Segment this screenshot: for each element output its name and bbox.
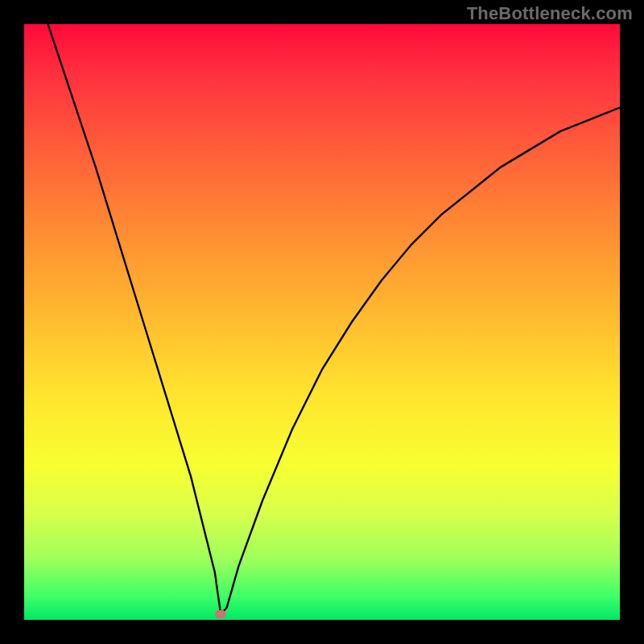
curve-svg <box>24 24 620 620</box>
watermark-text: TheBottleneck.com <box>467 3 633 24</box>
plot-area <box>24 24 620 620</box>
bottleneck-curve <box>48 24 620 614</box>
minimum-marker <box>215 610 226 618</box>
chart-frame: TheBottleneck.com <box>0 0 644 644</box>
